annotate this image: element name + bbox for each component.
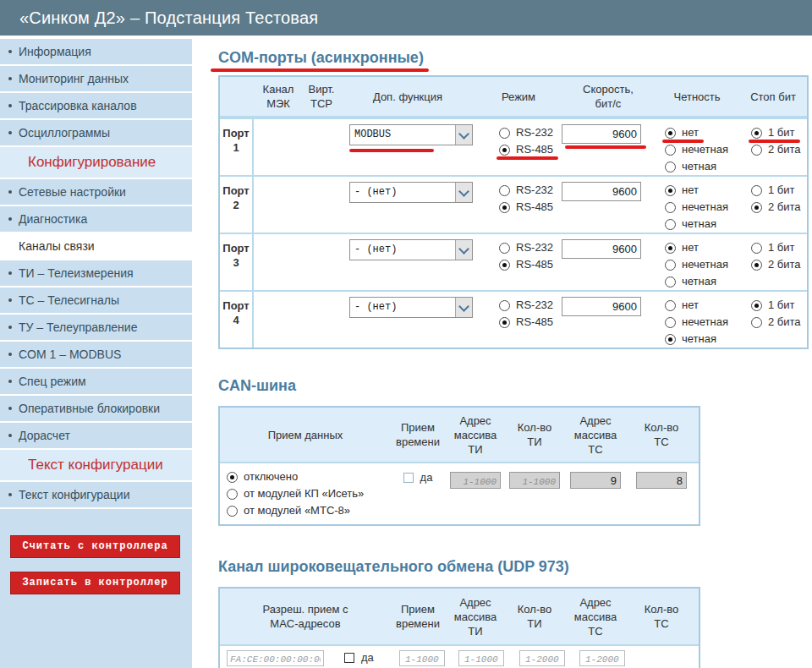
sidebar-item-ts[interactable]: ТС – Телесигналы <box>0 287 192 313</box>
sidebar-item-recalculation[interactable]: Дорасчет <box>0 423 192 448</box>
port-4-parity-odd[interactable]: нечетная <box>665 314 732 331</box>
radio-icon[interactable] <box>665 185 676 196</box>
radio-icon[interactable] <box>751 317 762 328</box>
port-2-stop-1bit[interactable]: 1 бит <box>751 182 798 199</box>
radio-icon[interactable] <box>665 243 676 254</box>
radio-icon[interactable] <box>227 506 238 517</box>
radio-icon[interactable] <box>499 243 510 254</box>
udp-ti-addr-input[interactable] <box>399 650 445 666</box>
sidebar-item-interlocks[interactable]: Оперативные блокировки <box>0 396 192 421</box>
sidebar-item-network-settings[interactable]: Сетевые настройки <box>0 179 192 205</box>
udp-time-checkbox[interactable]: да <box>344 650 374 664</box>
sidebar-item-diagnostics[interactable]: Диагностика <box>0 206 192 232</box>
chevron-down-icon[interactable] <box>455 125 472 145</box>
can-receive-iset[interactable]: от модулей КП «Исеть» <box>227 485 367 502</box>
can-tc-addr-input[interactable] <box>570 472 621 489</box>
port-4-mode-rs232[interactable]: RS-232 <box>499 297 557 314</box>
udp-tc-addr-input[interactable] <box>519 650 565 666</box>
udp-mac-input[interactable] <box>227 650 324 666</box>
radio-icon[interactable] <box>751 202 762 213</box>
port-2-mode-rs485[interactable]: RS-485 <box>499 199 557 216</box>
radio-icon[interactable] <box>751 300 762 311</box>
sidebar-item-monitoring[interactable]: Мониторинг данных <box>0 66 192 91</box>
port-3-speed-input[interactable] <box>562 239 641 259</box>
port-4-function-select[interactable]: - (нет) <box>349 297 473 318</box>
radio-icon[interactable] <box>499 202 510 213</box>
port-2-parity-odd[interactable]: нечетная <box>665 199 732 216</box>
radio-icon[interactable] <box>499 145 510 156</box>
radio-icon[interactable] <box>665 145 676 156</box>
chevron-down-icon[interactable] <box>455 240 472 260</box>
radio-icon[interactable] <box>665 334 676 345</box>
radio-icon[interactable] <box>751 243 762 254</box>
port-1-speed-input[interactable] <box>562 124 641 144</box>
port-4-parity-even[interactable]: четная <box>665 331 720 348</box>
can-time-checkbox[interactable]: да <box>403 471 433 484</box>
can-receive-off[interactable]: отключено <box>227 468 301 485</box>
radio-icon[interactable] <box>751 128 762 139</box>
radio-icon[interactable] <box>665 128 676 139</box>
port-1-mode-rs232[interactable]: RS-232 <box>499 124 557 141</box>
radio-icon[interactable] <box>665 162 676 172</box>
can-ti-count-input[interactable] <box>509 472 560 489</box>
port-4-stop-1bit[interactable]: 1 бит <box>751 297 798 314</box>
radio-icon[interactable] <box>499 260 510 271</box>
sidebar-item-ti[interactable]: ТИ – Телеизмерения <box>0 260 192 286</box>
chevron-down-icon[interactable] <box>455 298 472 317</box>
port-2-parity-none[interactable]: нет <box>665 182 702 199</box>
checkbox-icon[interactable] <box>344 653 354 663</box>
radio-icon[interactable] <box>499 317 510 328</box>
radio-icon[interactable] <box>665 260 676 271</box>
can-tc-count-input[interactable] <box>636 472 687 489</box>
udp-tc-count-input[interactable] <box>579 650 625 666</box>
sidebar-item-tu[interactable]: ТУ – Телеуправление <box>0 315 192 340</box>
radio-icon[interactable] <box>227 489 238 500</box>
port-4-mode-rs485[interactable]: RS-485 <box>499 314 557 331</box>
radio-icon[interactable] <box>751 185 762 196</box>
port-3-parity-none[interactable]: нет <box>665 239 702 256</box>
port-1-mode-rs485[interactable]: RS-485 <box>499 141 557 158</box>
port-3-parity-even[interactable]: четная <box>665 273 720 290</box>
chevron-down-icon[interactable] <box>455 183 472 202</box>
port-3-mode-rs485[interactable]: RS-485 <box>499 256 557 273</box>
port-1-function-select[interactable]: MODBUS <box>349 124 473 145</box>
can-ti-addr-input[interactable] <box>450 472 501 489</box>
port-4-speed-input[interactable] <box>562 297 641 316</box>
port-2-function-select[interactable]: - (нет) <box>349 182 473 203</box>
port-3-function-select[interactable]: - (нет) <box>349 239 473 260</box>
port-3-stop-1bit[interactable]: 1 бит <box>751 239 798 256</box>
udp-ti-count-input[interactable] <box>458 650 504 666</box>
can-receive-mts8[interactable]: от модулей «МТС-8» <box>227 502 354 519</box>
port-4-stop-2bit[interactable]: 2 бита <box>751 314 804 331</box>
port-1-stop-1bit[interactable]: 1 бит <box>751 124 798 141</box>
port-2-stop-2bit[interactable]: 2 бита <box>751 199 804 216</box>
port-2-parity-even[interactable]: четная <box>665 216 720 233</box>
sidebar-item-config-text[interactable]: Текст конфигурации <box>0 482 192 507</box>
port-3-stop-2bit[interactable]: 2 бита <box>751 256 804 273</box>
read-from-controller-button[interactable]: Считать с контроллера <box>10 535 180 558</box>
port-3-mode-rs232[interactable]: RS-232 <box>499 239 557 256</box>
radio-icon[interactable] <box>665 300 676 311</box>
port-2-mode-rs232[interactable]: RS-232 <box>499 182 557 199</box>
radio-icon[interactable] <box>499 185 510 196</box>
sidebar-item-tracing[interactable]: Трассировка каналов <box>0 93 192 118</box>
radio-icon[interactable] <box>499 128 510 139</box>
port-3-parity-odd[interactable]: нечетная <box>665 256 732 273</box>
port-1-parity-none[interactable]: нет <box>665 124 702 141</box>
radio-icon[interactable] <box>665 219 676 230</box>
checkbox-icon[interactable] <box>403 473 414 483</box>
port-1-parity-even[interactable]: четная <box>665 158 720 175</box>
radio-icon[interactable] <box>665 202 676 213</box>
radio-icon[interactable] <box>227 472 238 483</box>
write-to-controller-button[interactable]: Записать в контроллер <box>10 572 180 594</box>
port-2-speed-input[interactable] <box>562 182 641 201</box>
sidebar-item-special-mode[interactable]: Спец режим <box>0 369 192 394</box>
sidebar-item-communication-channels[interactable]: Каналы связи <box>0 233 192 259</box>
radio-icon[interactable] <box>499 300 510 311</box>
sidebar-item-information[interactable]: Информация <box>0 39 192 64</box>
radio-icon[interactable] <box>665 317 676 328</box>
port-1-stop-2bit[interactable]: 2 бита <box>751 141 804 158</box>
sidebar-item-com1-modbus[interactable]: COM 1 – MODBUS <box>0 342 192 367</box>
port-4-parity-none[interactable]: нет <box>665 297 702 314</box>
radio-icon[interactable] <box>665 277 676 287</box>
